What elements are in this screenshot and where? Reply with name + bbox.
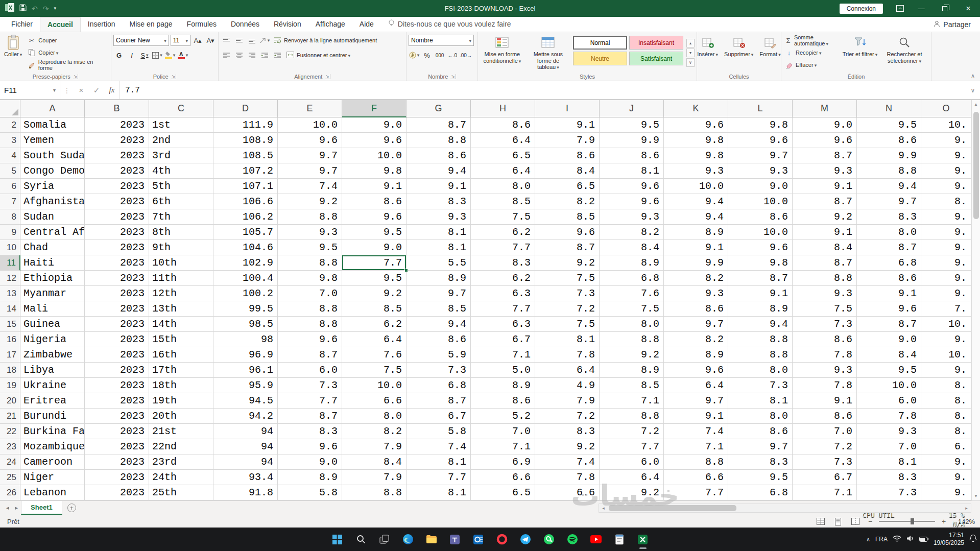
cell-M19[interactable]: 7.8: [793, 378, 857, 393]
cell-J8[interactable]: 9.3: [600, 209, 664, 225]
cell-E12[interactable]: 9.8: [278, 271, 342, 286]
cell-E18[interactable]: 6.0: [278, 363, 342, 378]
cut-button[interactable]: ✂ Couper: [26, 35, 109, 46]
cell-M22[interactable]: 7.0: [793, 424, 857, 439]
cell-I18[interactable]: 6.4: [535, 363, 600, 378]
cell-K26[interactable]: 7.7: [664, 485, 728, 500]
cell-O16[interactable]: 9.: [921, 332, 971, 347]
cell-G7[interactable]: 8.3: [407, 194, 471, 209]
cell-J23[interactable]: 7.7: [600, 439, 664, 454]
cell-L23[interactable]: 9.7: [728, 439, 793, 454]
cell-G23[interactable]: 7.4: [407, 439, 471, 454]
cell-K15[interactable]: 9.7: [664, 317, 728, 332]
cell-G26[interactable]: 8.1: [407, 485, 471, 500]
cell-G8[interactable]: 9.3: [407, 209, 471, 225]
cell-E13[interactable]: 7.0: [278, 286, 342, 301]
battery-icon[interactable]: [919, 535, 928, 544]
cell-B22[interactable]: 2023: [85, 424, 149, 439]
column-header-I[interactable]: I: [535, 100, 600, 117]
cell-A18[interactable]: Libya: [20, 363, 85, 378]
cell-F17[interactable]: 7.6: [342, 347, 407, 363]
cell-B21[interactable]: 2023: [85, 409, 149, 424]
cell-H25[interactable]: 6.6: [471, 470, 535, 485]
cell-F20[interactable]: 6.6: [342, 393, 407, 409]
menu-tab-formules[interactable]: Formules: [180, 17, 224, 32]
cell-O17[interactable]: 10.: [921, 347, 971, 363]
menu-tab-mise-en-page[interactable]: Mise en page: [123, 17, 180, 32]
cell-I2[interactable]: 9.1: [535, 117, 600, 133]
cell-I22[interactable]: 8.3: [535, 424, 600, 439]
cell-B9[interactable]: 2023: [85, 225, 149, 240]
cell-B10[interactable]: 2023: [85, 240, 149, 255]
cell-F16[interactable]: 6.4: [342, 332, 407, 347]
cell-J19[interactable]: 8.5: [600, 378, 664, 393]
cell-B14[interactable]: 2023: [85, 301, 149, 317]
cell-O3[interactable]: 9.: [921, 133, 971, 148]
column-header-A[interactable]: A: [20, 100, 85, 117]
cell-E24[interactable]: 9.0: [278, 454, 342, 470]
row-header-20[interactable]: 20: [0, 393, 20, 409]
cell-G25[interactable]: 7.7: [407, 470, 471, 485]
cell-M6[interactable]: 9.1: [793, 179, 857, 194]
menu-tab-révision[interactable]: Révision: [267, 17, 308, 32]
cell-style-insatisfaisant[interactable]: Insatisfaisant: [629, 36, 683, 50]
conditional-formatting-button[interactable]: Mise en forme conditionnelle: [480, 34, 524, 72]
cell-K21[interactable]: 9.1: [664, 409, 728, 424]
cell-L24[interactable]: 8.3: [728, 454, 793, 470]
cell-D14[interactable]: 99.5: [213, 301, 278, 317]
cell-A19[interactable]: Ukraine: [20, 378, 85, 393]
cell-D13[interactable]: 100.2: [213, 286, 278, 301]
cell-N21[interactable]: 7.8: [857, 409, 921, 424]
start-button[interactable]: [327, 529, 348, 549]
cell-K17[interactable]: 8.9: [664, 347, 728, 363]
cell-C22[interactable]: 21st: [149, 424, 213, 439]
cell-N10[interactable]: 8.7: [857, 240, 921, 255]
borders-button[interactable]: [152, 50, 163, 61]
cell-D15[interactable]: 98.5: [213, 317, 278, 332]
cell-K19[interactable]: 6.4: [664, 378, 728, 393]
format-cells-button[interactable]: Format: [757, 34, 782, 72]
cell-G15[interactable]: 9.4: [407, 317, 471, 332]
cell-I19[interactable]: 4.9: [535, 378, 600, 393]
cell-J14[interactable]: 7.5: [600, 301, 664, 317]
vertical-scroll-thumb[interactable]: [973, 112, 979, 219]
cell-F11[interactable]: 7.7: [342, 255, 407, 271]
cell-A11[interactable]: Haiti: [20, 255, 85, 271]
cell-D7[interactable]: 106.6: [213, 194, 278, 209]
cell-D4[interactable]: 108.5: [213, 148, 278, 163]
next-sheet-icon[interactable]: ▸: [12, 505, 21, 511]
telegram-icon[interactable]: [515, 529, 536, 549]
cell-E6[interactable]: 7.4: [278, 179, 342, 194]
cell-M20[interactable]: 9.1: [793, 393, 857, 409]
cell-B7[interactable]: 2023: [85, 194, 149, 209]
orientation-button[interactable]: [259, 35, 270, 46]
cell-O25[interactable]: 9.: [921, 470, 971, 485]
clipboard-dialog-launcher-icon[interactable]: ↘: [73, 74, 79, 79]
cell-A21[interactable]: Burundi: [20, 409, 85, 424]
cell-E11[interactable]: 8.8: [278, 255, 342, 271]
cancel-formula-icon[interactable]: ×: [74, 81, 89, 99]
cell-D22[interactable]: 94: [213, 424, 278, 439]
minimize-button[interactable]: —: [910, 0, 933, 17]
cell-O7[interactable]: 8.: [921, 194, 971, 209]
cell-K5[interactable]: 9.3: [664, 163, 728, 179]
cell-I13[interactable]: 7.3: [535, 286, 600, 301]
cell-A13[interactable]: Myanmar: [20, 286, 85, 301]
cell-B5[interactable]: 2023: [85, 163, 149, 179]
cell-style-normal[interactable]: Normal: [573, 36, 627, 50]
cell-A15[interactable]: Guinea: [20, 317, 85, 332]
cell-D18[interactable]: 96.1: [213, 363, 278, 378]
cell-I6[interactable]: 6.5: [535, 179, 600, 194]
cell-I3[interactable]: 7.9: [535, 133, 600, 148]
cell-A25[interactable]: Niger: [20, 470, 85, 485]
cell-O5[interactable]: 9.: [921, 163, 971, 179]
cell-H9[interactable]: 6.2: [471, 225, 535, 240]
cell-H11[interactable]: 8.3: [471, 255, 535, 271]
cell-O2[interactable]: 10.: [921, 117, 971, 133]
row-header-4[interactable]: 4: [0, 148, 20, 163]
cell-F26[interactable]: 8.8: [342, 485, 407, 500]
cell-style-neutre[interactable]: Neutre: [573, 52, 627, 65]
cell-E3[interactable]: 9.6: [278, 133, 342, 148]
cell-L9[interactable]: 10.0: [728, 225, 793, 240]
cell-B26[interactable]: 2023: [85, 485, 149, 500]
